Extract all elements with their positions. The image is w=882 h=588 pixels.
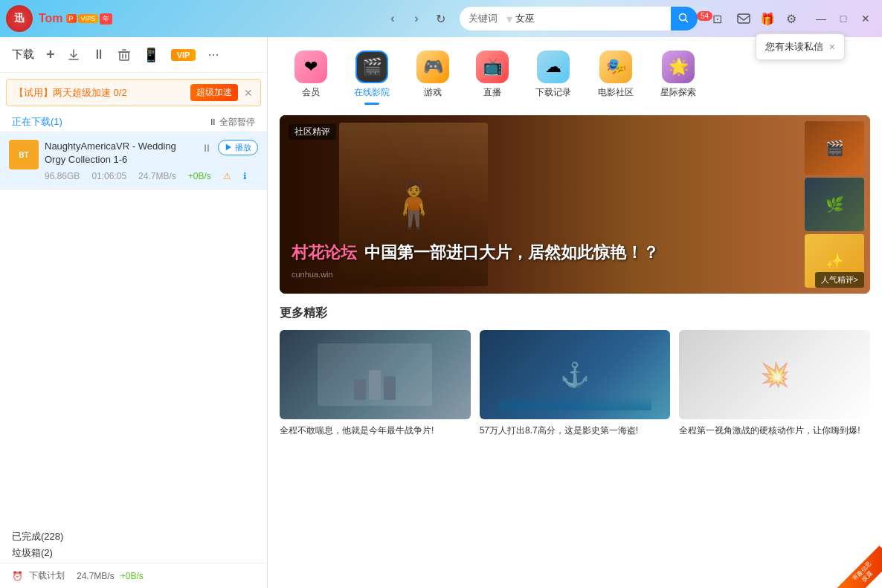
tab-history-label: 下载记录 [535, 86, 571, 99]
corner-sticker-label: 有趣信息 披露 [837, 546, 882, 588]
pause-button[interactable]: ⏸ [92, 47, 106, 62]
download-title: NaughtyAmericaVR - Wedding Orgy Collecti… [45, 140, 196, 167]
live-icon: 📺 [483, 57, 503, 77]
download-time: 01:06:05 [91, 171, 126, 181]
download-type-icon: BT [9, 140, 39, 169]
tab-member-label: 会员 [302, 86, 320, 99]
pause-all-label: ⏸ 全部暂停 [208, 116, 255, 129]
gift-button[interactable]: 🎁 [757, 8, 778, 29]
add-download-button[interactable]: + [46, 46, 55, 63]
trial-text: 【试用】两天超级加速 0/2 [14, 86, 184, 100]
card-3-desc: 全程第一视角激战的硬核动作片，让你嗨到爆! [679, 424, 870, 437]
schedule-label: 下载计划 [29, 569, 65, 582]
search-button[interactable] [671, 7, 698, 30]
notification-text: 您有未读私信 [765, 40, 823, 54]
item-pause-button[interactable]: ⏸ [202, 142, 212, 154]
vip5-badge: VIP5 [78, 14, 99, 23]
card-1-desc: 全程不敢喘息，他就是今年最牛战争片! [280, 424, 471, 437]
search-value[interactable]: 女巫 [515, 12, 671, 25]
download-size: 96.86GB [45, 171, 80, 181]
more-section: 更多精彩 全程不敢喘息，他就是今年最牛战争片! [268, 306, 882, 449]
trash-link[interactable]: 垃圾箱(2) [12, 546, 255, 560]
nav-bar: ‹ › ↻ 关键词 ▾ 女巫 ⊡ 54 🎁 ⚙ [382, 7, 876, 30]
right-panel: ❤ 会员 🎬 在线影院 🎮 游戏 📺 直播 ☁ 下 [268, 37, 882, 588]
tab-game[interactable]: 🎮 游戏 [405, 46, 461, 103]
main-banner[interactable]: 🧍 社区精评 村花论坛 中国第一部进口大片，居然如此惊艳！？ cunhua.wi… [280, 115, 870, 294]
toolbar: 下载 + ⏸ 📱 VIP ··· [0, 37, 267, 73]
close-button[interactable]: ✕ [855, 8, 876, 29]
download-speed: 24.7MB/s [138, 171, 176, 181]
svg-rect-4 [120, 52, 129, 60]
year-badge: 年 [100, 13, 112, 25]
svg-line-1 [686, 20, 689, 23]
search-keyword-label: 关键词 [469, 12, 498, 25]
mobile-button[interactable]: 📱 [143, 47, 159, 63]
svg-point-0 [680, 14, 686, 21]
card-3[interactable]: 💥 全程第一视角激战的硬核动作片，让你嗨到爆! [679, 330, 870, 437]
bottom-links: 已完成(228) 垃圾箱(2) [0, 521, 267, 563]
explore-icon: 🌟 [669, 57, 689, 77]
completed-link[interactable]: 已完成(228) [12, 530, 255, 543]
banner-thumbnails: 🎬 🌿 ✨ [805, 121, 864, 288]
thumb-2[interactable]: 🌿 [805, 178, 864, 231]
inbox-button[interactable] [733, 8, 754, 29]
tab-history[interactable]: ☁ 下载记录 [524, 46, 583, 103]
toolbar-title: 下载 [12, 48, 34, 62]
card-3-thumbnail: 💥 [679, 330, 870, 419]
settings-button[interactable]: ⚙ [781, 8, 802, 29]
play-label: ▶ 播放 [225, 142, 251, 153]
refresh-button[interactable]: ↻ [430, 8, 451, 29]
download-meta: 96.86GB 01:06:05 24.7MB/s +0B/s ⚠ ℹ [45, 171, 196, 181]
title-bar: 迅 Tom P VIP5 年 ‹ › ↻ 关键词 ▾ 女巫 ⊡ [0, 0, 882, 37]
current-upload-speed: +0B/s [120, 571, 144, 581]
tab-member[interactable]: ❤ 会员 [283, 46, 339, 103]
download-item: BT NaughtyAmericaVR - Wedding Orgy Colle… [0, 132, 267, 190]
delete-button[interactable] [118, 48, 131, 62]
upload-speed: +0B/s [188, 171, 211, 181]
info-icon: ℹ [243, 171, 247, 181]
active-downloads-count: 正在下载(1) [12, 115, 62, 129]
pause-all-button[interactable]: ⏸ 全部暂停 [208, 116, 255, 129]
warning-icon: ⚠ [223, 171, 231, 181]
card-2[interactable]: ⚓ 57万人打出8.7高分，这是影史第一海盗! [480, 330, 671, 437]
notification-close-button[interactable]: × [829, 41, 835, 53]
game-icon: 🎮 [423, 57, 443, 77]
superfast-button[interactable]: 超级加速 [190, 84, 238, 101]
tab-game-label: 游戏 [424, 86, 442, 99]
banner-title: 村花论坛 中国第一部进口大片，居然如此惊艳！？ [292, 242, 721, 264]
play-button[interactable]: ▶ 播放 [218, 140, 258, 155]
history-icon: ☁ [545, 57, 561, 77]
banner-watermark: cunhua.win [292, 270, 333, 279]
download-content: NaughtyAmericaVR - Wedding Orgy Collecti… [45, 140, 196, 181]
vip-button[interactable]: VIP [171, 49, 196, 61]
corner-sticker: 有趣信息 披露 [823, 529, 882, 588]
member-icon: ❤ [304, 57, 318, 77]
community-icon: 🎭 [606, 57, 626, 77]
minimize-button[interactable]: — [811, 8, 831, 29]
community-tag: 社区精评 [289, 124, 336, 140]
tab-community[interactable]: 🎭 电影社区 [586, 46, 646, 103]
active-tab-indicator [364, 103, 379, 105]
tab-live-label: 直播 [483, 86, 501, 99]
download-actions: ⏸ ▶ 播放 [202, 140, 258, 155]
card-1-thumbnail [280, 330, 471, 419]
more-options-button[interactable]: ··· [207, 47, 219, 62]
tab-cinema[interactable]: 🎬 在线影院 [342, 46, 402, 103]
download-button[interactable] [67, 48, 80, 62]
trial-banner: 【试用】两天超级加速 0/2 超级加速 ✕ [6, 79, 261, 106]
tab-explore[interactable]: 🌟 星际探索 [648, 46, 708, 103]
back-button[interactable]: ‹ [382, 8, 403, 29]
notification-count: 54 [697, 11, 712, 21]
maximize-button[interactable]: □ [833, 8, 854, 29]
cinema-icon: 🎬 [362, 57, 382, 77]
thumb-1[interactable]: 🎬 [805, 121, 864, 175]
card-1[interactable]: 全程不敢喘息，他就是今年最牛战争片! [280, 330, 471, 437]
search-bar: 关键词 ▾ 女巫 [460, 7, 698, 30]
tab-live[interactable]: 📺 直播 [464, 46, 521, 103]
window-controls: — □ ✕ [811, 8, 876, 29]
username: Tom [39, 12, 63, 25]
forward-button[interactable]: › [406, 8, 427, 29]
trial-banner-close[interactable]: ✕ [244, 87, 253, 99]
popular-reviews-button[interactable]: 人气精评> [815, 272, 864, 288]
card-2-desc: 57万人打出8.7高分，这是影史第一海盗! [480, 424, 671, 437]
